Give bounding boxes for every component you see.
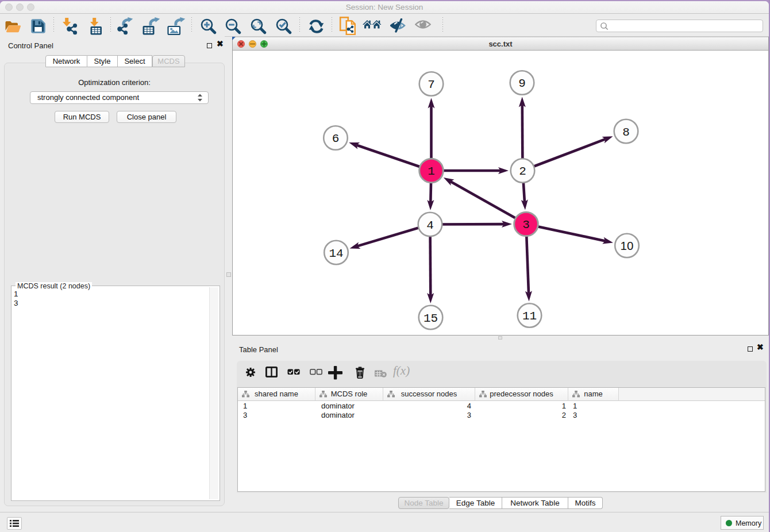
svg-text:3: 3	[522, 218, 530, 232]
svg-text:6: 6	[332, 132, 340, 145]
svg-text:8: 8	[622, 126, 630, 139]
svg-text:15: 15	[424, 312, 438, 325]
svg-text:7: 7	[428, 78, 435, 91]
svg-text:11: 11	[522, 310, 537, 323]
svg-text:10: 10	[621, 239, 634, 252]
svg-text:1: 1	[428, 165, 435, 178]
svg-text:14: 14	[329, 247, 343, 260]
svg-text:4: 4	[426, 219, 434, 232]
svg-text:9: 9	[518, 77, 526, 90]
svg-text:2: 2	[519, 165, 526, 178]
